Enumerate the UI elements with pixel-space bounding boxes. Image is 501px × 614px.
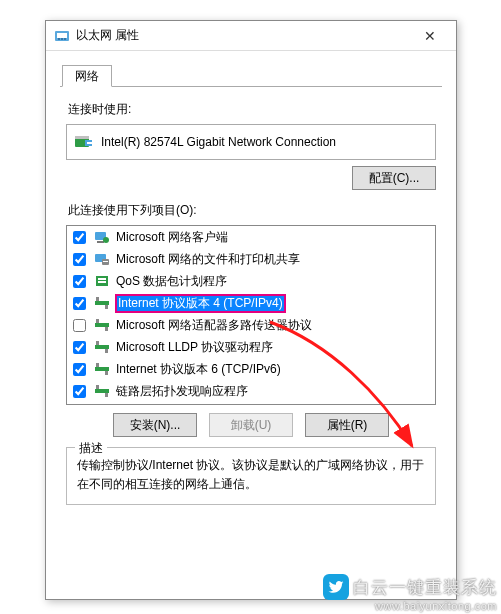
list-item-label: Internet 协议版本 6 (TCP/IPv6) bbox=[116, 361, 281, 378]
tab-panel: 连接时使用: Intel(R) 82574L Gigabit Network C… bbox=[60, 87, 442, 511]
svg-rect-30 bbox=[95, 389, 109, 393]
list-item-label: Internet 协议版本 4 (TCP/IPv4) bbox=[116, 295, 285, 312]
list-item-checkbox[interactable] bbox=[73, 253, 86, 266]
list-item-checkbox[interactable] bbox=[73, 297, 86, 310]
client-area: 网络 连接时使用: Intel(R) 82574L Gigabit Networ… bbox=[46, 51, 456, 523]
svg-rect-3 bbox=[61, 38, 63, 40]
client-icon bbox=[94, 229, 110, 245]
svg-rect-22 bbox=[96, 319, 99, 323]
list-item-checkbox[interactable] bbox=[73, 385, 86, 398]
proto-icon bbox=[94, 383, 110, 399]
tab-network[interactable]: 网络 bbox=[62, 65, 112, 87]
titlebar[interactable]: 以太网 属性 ✕ bbox=[46, 21, 456, 51]
list-item[interactable]: Internet 协议版本 6 (TCP/IPv6) bbox=[67, 358, 435, 380]
svg-point-11 bbox=[103, 237, 109, 243]
list-item[interactable]: Microsoft 网络适配器多路传送器协议 bbox=[67, 314, 435, 336]
items-label: 此连接使用下列项目(O): bbox=[68, 202, 436, 219]
list-item-label: QoS 数据包计划程序 bbox=[116, 273, 227, 290]
listbox-scroll[interactable]: Microsoft 网络客户端Microsoft 网络的文件和打印机共享QoS … bbox=[67, 226, 435, 404]
svg-rect-1 bbox=[57, 33, 67, 38]
proto-icon bbox=[94, 295, 110, 311]
brand-text: 白云一键重装系统 bbox=[353, 576, 497, 599]
list-item-checkbox[interactable] bbox=[73, 275, 86, 288]
configure-row: 配置(C)... bbox=[66, 166, 436, 190]
svg-rect-27 bbox=[95, 367, 109, 371]
description-legend: 描述 bbox=[75, 440, 107, 457]
svg-rect-29 bbox=[105, 371, 108, 375]
svg-rect-20 bbox=[105, 305, 108, 309]
svg-rect-18 bbox=[95, 301, 109, 305]
list-item-label: 链路层拓扑发现响应程序 bbox=[116, 383, 248, 400]
list-item[interactable]: 链路层拓扑发现响应程序 bbox=[67, 380, 435, 402]
item-buttons-row: 安装(N)... 卸载(U) 属性(R) bbox=[66, 413, 436, 437]
properties-button[interactable]: 属性(R) bbox=[305, 413, 389, 437]
list-item-label: Microsoft LLDP 协议驱动程序 bbox=[116, 339, 273, 356]
adapter-name: Intel(R) 82574L Gigabit Network Connecti… bbox=[101, 135, 336, 149]
proto-icon bbox=[94, 361, 110, 377]
tab-underline bbox=[60, 86, 442, 87]
share-icon bbox=[94, 251, 110, 267]
svg-rect-32 bbox=[105, 393, 108, 397]
svg-rect-14 bbox=[103, 261, 108, 262]
list-item-checkbox[interactable] bbox=[73, 341, 86, 354]
svg-rect-16 bbox=[98, 278, 106, 280]
list-item[interactable]: Microsoft LLDP 协议驱动程序 bbox=[67, 336, 435, 358]
svg-rect-26 bbox=[105, 349, 108, 353]
brand-url: www.baiyunxitong.com bbox=[375, 600, 497, 612]
svg-rect-21 bbox=[95, 323, 109, 327]
list-item[interactable]: Internet 协议版本 4 (TCP/IPv4) bbox=[67, 292, 435, 314]
svg-rect-17 bbox=[98, 281, 106, 283]
svg-rect-23 bbox=[105, 327, 108, 331]
list-item-label: Microsoft 网络适配器多路传送器协议 bbox=[116, 317, 312, 334]
list-item-checkbox[interactable] bbox=[73, 231, 86, 244]
watermark-brand: 白云一键重装系统 www.baiyunxitong.com bbox=[323, 574, 497, 612]
brand-bird-icon bbox=[323, 574, 349, 600]
list-item[interactable]: QoS 数据包计划程序 bbox=[67, 270, 435, 292]
svg-rect-25 bbox=[96, 341, 99, 345]
connect-using-label: 连接时使用: bbox=[68, 101, 436, 118]
proto-icon bbox=[94, 317, 110, 333]
configure-button[interactable]: 配置(C)... bbox=[352, 166, 436, 190]
adapter-box: Intel(R) 82574L Gigabit Network Connecti… bbox=[66, 124, 436, 160]
tab-row: 网络 bbox=[60, 61, 442, 87]
list-item[interactable]: Microsoft 网络的文件和打印机共享 bbox=[67, 248, 435, 270]
network-card-icon bbox=[75, 134, 93, 150]
svg-rect-8 bbox=[87, 142, 92, 144]
list-item-label: Microsoft 网络客户端 bbox=[116, 229, 228, 246]
proto-icon bbox=[94, 339, 110, 355]
ethernet-properties-window: 以太网 属性 ✕ 网络 连接时使用: Intel(R) 82574L Gigab… bbox=[45, 20, 457, 600]
svg-rect-28 bbox=[96, 363, 99, 367]
close-button[interactable]: ✕ bbox=[410, 22, 450, 50]
ethernet-icon bbox=[54, 28, 70, 44]
svg-rect-24 bbox=[95, 345, 109, 349]
list-item-checkbox[interactable] bbox=[73, 319, 86, 332]
svg-rect-4 bbox=[64, 38, 66, 40]
uninstall-button: 卸载(U) bbox=[209, 413, 293, 437]
window-title: 以太网 属性 bbox=[76, 27, 410, 44]
description-group: 描述 传输控制协议/Internet 协议。该协议是默认的广域网络协议，用于在不… bbox=[66, 447, 436, 505]
description-text: 传输控制协议/Internet 协议。该协议是默认的广域网络协议，用于在不同的相… bbox=[77, 456, 425, 494]
svg-rect-6 bbox=[75, 136, 89, 139]
svg-rect-2 bbox=[58, 38, 60, 40]
list-item[interactable]: Microsoft 网络客户端 bbox=[67, 226, 435, 248]
qos-icon bbox=[94, 273, 110, 289]
svg-rect-19 bbox=[96, 297, 99, 301]
network-items-listbox[interactable]: Microsoft 网络客户端Microsoft 网络的文件和打印机共享QoS … bbox=[66, 225, 436, 405]
install-button[interactable]: 安装(N)... bbox=[113, 413, 197, 437]
svg-rect-10 bbox=[97, 241, 104, 243]
list-item-checkbox[interactable] bbox=[73, 363, 86, 376]
list-item-label: Microsoft 网络的文件和打印机共享 bbox=[116, 251, 300, 268]
svg-rect-31 bbox=[96, 385, 99, 389]
